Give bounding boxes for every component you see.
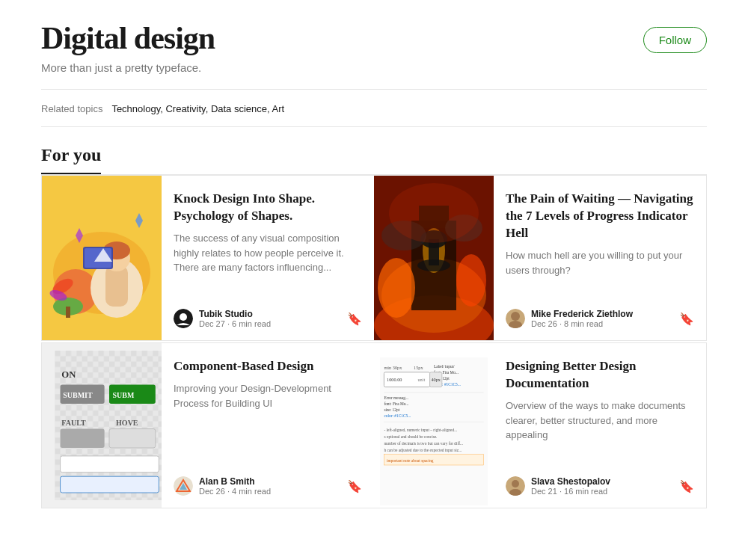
article-image-1 [42, 176, 162, 340]
svg-text:40px: 40px [431, 377, 441, 382]
author-info-1: Tubik Studio Dec 27 · 6 min read [199, 309, 341, 328]
article-image-3: ON SUBMIT SUBM FAULT HOVE [42, 343, 162, 508]
topic-data-science[interactable]: Data science [211, 103, 267, 114]
svg-point-79 [512, 480, 519, 487]
svg-rect-48 [109, 429, 156, 448]
article-meta-1: Tubik Studio Dec 27 · 6 min read 🔖 [174, 309, 362, 328]
article-meta-2: Mike Frederick Ziethlow Dec 26 · 8 min r… [506, 309, 694, 328]
article-content-4: Designing Better Design Documentation Ov… [494, 343, 706, 508]
author-avatar-3 [174, 476, 193, 496]
svg-text:ON: ON [61, 370, 76, 381]
header-left: Digital design More than just a pretty t… [41, 21, 215, 74]
article-excerpt-3: Improving your Design-Development Proces… [174, 381, 362, 466]
page-header: Digital design More than just a pretty t… [41, 0, 707, 90]
related-topics-label: Related topics [41, 103, 102, 114]
article-date-2: Dec 26 · 8 min read [531, 319, 673, 328]
article-image-4: min 30px 15px Label/ input/ font: Fira M… [374, 343, 494, 508]
svg-text:s optional and should be conci: s optional and should be concise. [384, 434, 437, 439]
article-meta-3: Alan B Smith Dec 26 · 4 min read 🔖 [174, 476, 362, 496]
article-title-2[interactable]: The Pain of Waiting — Navigating the 7 L… [506, 191, 694, 242]
bookmark-icon-4[interactable]: 🔖 [679, 479, 694, 493]
topic-art[interactable]: Art [272, 103, 285, 114]
svg-text:font: Fira Mo...: font: Fira Mo... [384, 401, 408, 406]
related-topics-links: Technology, Creativity, Data science, Ar… [111, 103, 284, 114]
author-avatar-4 [506, 476, 525, 496]
author-avatar-2 [506, 309, 525, 328]
bookmark-icon-1[interactable]: 🔖 [347, 312, 362, 326]
article-date-4: Dec 21 · 16 min read [531, 487, 673, 496]
article-card-2: The Pain of Waiting — Navigating the 7 L… [374, 175, 707, 341]
svg-text:15px: 15px [414, 365, 423, 370]
author-info-2: Mike Frederick Ziethlow Dec 26 · 8 min r… [531, 309, 673, 328]
article-title-1[interactable]: Knock Design Into Shape. Psychology of S… [174, 191, 362, 225]
svg-text:Label/ input/: Label/ input/ [434, 364, 455, 369]
svg-rect-47 [61, 429, 105, 448]
article-title-4[interactable]: Designing Better Design Documentation [506, 358, 694, 393]
svg-text:- left-aligned, numeric input : - left-aligned, numeric input – right-al… [384, 428, 457, 432]
article-date-3: Dec 26 · 4 min read [199, 487, 341, 496]
author-avatar-1 [174, 309, 193, 328]
svg-text:important note about spacing: important note about spacing [387, 458, 434, 463]
svg-point-29 [417, 259, 450, 271]
svg-text:HOVE: HOVE [116, 419, 138, 427]
article-meta-4: Slava Shestopalov Dec 21 · 16 min read 🔖 [506, 476, 694, 496]
section-title: For you [41, 145, 101, 174]
topic-technology[interactable]: Technology [111, 103, 160, 114]
for-you-section: For you [41, 127, 707, 174]
articles-row-2: ON SUBMIT SUBM FAULT HOVE [41, 342, 707, 508]
follow-button[interactable]: Follow [643, 27, 707, 53]
article-content-3: Component-Based Design Improving your De… [162, 343, 374, 508]
svg-text:unit: unit [417, 377, 425, 382]
svg-rect-49 [61, 456, 159, 473]
svg-text:size: 12pt: size: 12pt [384, 407, 399, 412]
svg-text:color: #1C1C5...: color: #1C1C5... [384, 413, 411, 418]
bookmark-icon-2[interactable]: 🔖 [679, 312, 694, 326]
article-card-1: Knock Design Into Shape. Psychology of S… [41, 175, 374, 341]
article-date-1: Dec 27 · 6 min read [199, 319, 341, 328]
article-excerpt-4: Overview of the ways to make documents c… [506, 399, 694, 466]
page-subtitle: More than just a pretty typeface. [41, 61, 215, 74]
svg-rect-50 [61, 476, 159, 493]
svg-text:Error messag...: Error messag... [384, 396, 408, 400]
svg-point-32 [389, 183, 479, 243]
author-info-3: Alan B Smith Dec 26 · 4 min read [199, 476, 341, 496]
svg-text:SUBMIT: SUBMIT [63, 391, 93, 399]
svg-point-34 [511, 312, 520, 321]
bookmark-icon-3[interactable]: 🔖 [347, 479, 362, 493]
author-name-1[interactable]: Tubik Studio [199, 309, 341, 319]
svg-point-24 [378, 258, 415, 318]
topic-creativity[interactable]: Creativity [165, 103, 205, 114]
related-topics-row: Related topics Technology, Creativity, D… [41, 90, 707, 127]
svg-text:1000.00: 1000.00 [387, 377, 402, 382]
article-card-4: min 30px 15px Label/ input/ font: Fira M… [374, 342, 707, 508]
article-card-3: ON SUBMIT SUBM FAULT HOVE [41, 342, 374, 508]
author-name-4[interactable]: Slava Shestopalov [531, 476, 673, 487]
article-image-2 [374, 176, 494, 340]
svg-text:min 30px: min 30px [384, 365, 402, 370]
article-title-3[interactable]: Component-Based Design [174, 358, 362, 375]
svg-text:h can be adjusted due to the e: h can be adjusted due to the expected in… [384, 448, 462, 452]
article-excerpt-1: The success of any visual composition hi… [174, 231, 362, 298]
svg-text:FAULT: FAULT [61, 419, 86, 427]
author-name-2[interactable]: Mike Frederick Ziethlow [531, 309, 673, 319]
article-content-2: The Pain of Waiting — Navigating the 7 L… [494, 176, 706, 340]
svg-rect-11 [66, 307, 70, 318]
author-info-4: Slava Shestopalov Dec 21 · 16 min read [531, 476, 673, 496]
author-name-3[interactable]: Alan B Smith [199, 476, 341, 487]
article-excerpt-2: How much hell are you willing to put you… [506, 248, 694, 298]
svg-rect-4 [105, 265, 128, 307]
articles-row-1: Knock Design Into Shape. Psychology of S… [41, 175, 707, 341]
page-title: Digital design [41, 21, 215, 55]
article-content-1: Knock Design Into Shape. Psychology of S… [162, 176, 374, 340]
svg-text:SUBM: SUBM [113, 391, 135, 399]
svg-point-25 [456, 254, 486, 307]
svg-text:number of decimals is two but : number of decimals is two but can vary f… [384, 441, 463, 446]
